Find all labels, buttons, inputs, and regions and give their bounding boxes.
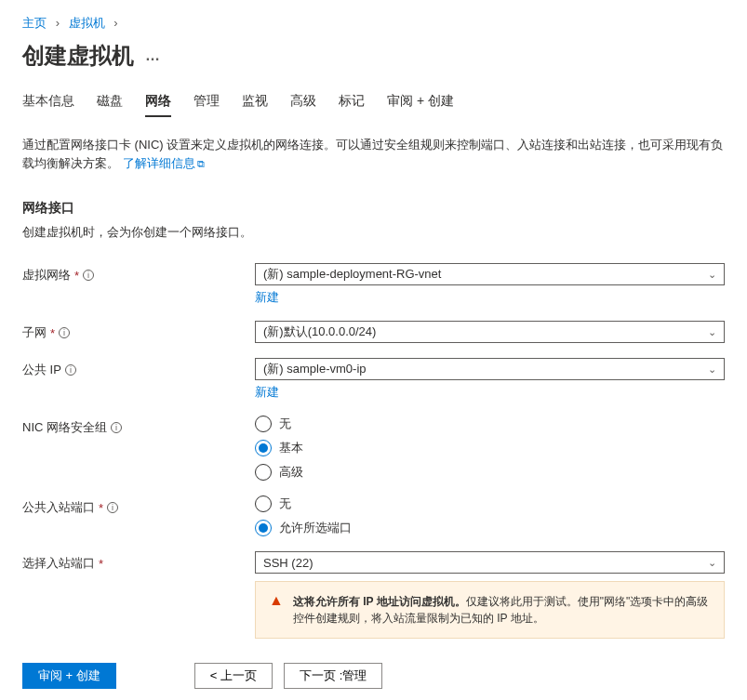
info-icon[interactable]: i [83, 270, 94, 281]
tab-manage[interactable]: 管理 [193, 93, 220, 117]
tab-advanced[interactable]: 高级 [290, 93, 316, 117]
chevron-down-icon: ⌄ [708, 557, 716, 569]
breadcrumb: 主页 › 虚拟机 › [22, 15, 725, 32]
vnet-create-link[interactable]: 新建 [255, 289, 725, 306]
warning-icon: ▲ [269, 593, 284, 627]
page-title: 创建虚拟机 … [22, 41, 725, 71]
next-button[interactable]: 下一页 :管理 [284, 663, 382, 689]
info-icon[interactable]: i [59, 327, 70, 338]
nsg-radio-basic[interactable]: 基本 [255, 440, 725, 456]
description: 通过配置网络接口卡 (NIC) 设置来定义虚拟机的网络连接。可以通过安全组规则来… [22, 136, 725, 172]
chevron-down-icon: ⌄ [708, 269, 716, 281]
section-title: 网络接口 [22, 200, 725, 217]
external-link-icon: ⧉ [197, 158, 205, 169]
chevron-right-icon: › [56, 16, 60, 30]
chevron-down-icon: ⌄ [708, 326, 716, 338]
chevron-right-icon: › [113, 16, 117, 30]
breadcrumb-home[interactable]: 主页 [22, 16, 47, 30]
vnet-select[interactable]: (新) sample-deployment-RG-vnet ⌄ [255, 263, 725, 285]
publicip-label: 公共 IP i [22, 358, 255, 378]
subnet-select[interactable]: (新)默认(10.0.0.0/24) ⌄ [255, 321, 725, 343]
review-create-button[interactable]: 审阅 + 创建 [22, 663, 116, 689]
tab-basic[interactable]: 基本信息 [22, 93, 74, 117]
inbound-radio-none[interactable]: 无 [255, 495, 725, 512]
nsg-radio-advanced[interactable]: 高级 [255, 464, 725, 481]
info-icon[interactable]: i [107, 502, 118, 513]
tab-disk[interactable]: 磁盘 [97, 93, 123, 117]
tabs: 基本信息 磁盘 网络 管理 监视 高级 标记 审阅 + 创建 [22, 93, 725, 117]
info-icon[interactable]: i [65, 364, 76, 376]
nsg-radio-none[interactable]: 无 [255, 416, 725, 432]
tab-review[interactable]: 审阅 + 创建 [387, 93, 454, 117]
chevron-down-icon: ⌄ [708, 363, 716, 376]
ports-select[interactable]: SSH (22) ⌄ [255, 551, 725, 574]
inbound-label: 公共入站端口* i [22, 495, 255, 516]
publicip-create-link[interactable]: 新建 [255, 384, 725, 401]
nsg-label: NIC 网络安全组 i [22, 416, 255, 436]
inbound-radio-allow[interactable]: 允许所选端口 [255, 520, 725, 536]
learn-more-link[interactable]: 了解详细信息⧉ [123, 156, 205, 170]
tab-network[interactable]: 网络 [145, 93, 171, 117]
footer: 审阅 + 创建 < 上一页 下一页 :管理 [0, 652, 747, 700]
info-icon[interactable]: i [111, 422, 122, 433]
vnet-label: 虚拟网络* i [22, 263, 255, 284]
section-subtitle: 创建虚拟机时，会为你创建一个网络接口。 [22, 224, 725, 241]
ports-label: 选择入站端口* [22, 551, 255, 572]
more-actions-button[interactable]: … [145, 47, 160, 64]
tab-monitor[interactable]: 监视 [242, 93, 268, 117]
prev-button[interactable]: < 上一页 [194, 663, 273, 689]
subnet-label: 子网* i [22, 321, 255, 341]
tab-tags[interactable]: 标记 [339, 93, 365, 117]
warning-box: ▲ 这将允许所有 IP 地址访问虚拟机。仅建议将此用于测试。使用"网络"选项卡中… [255, 581, 725, 639]
breadcrumb-vm[interactable]: 虚拟机 [69, 16, 105, 30]
publicip-select[interactable]: (新) sample-vm0-ip ⌄ [255, 358, 725, 380]
